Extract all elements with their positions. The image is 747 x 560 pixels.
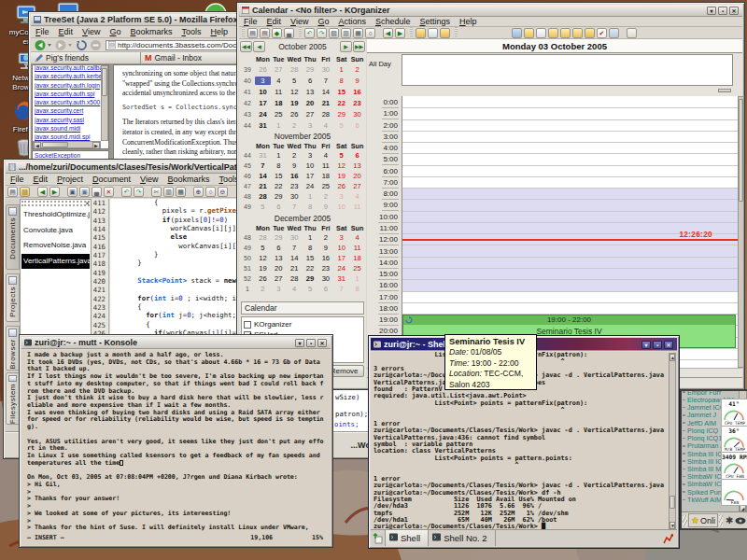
package-link[interactable]: javax.security.sasl	[35, 116, 101, 124]
mini-calendar-day[interactable]: 17	[333, 254, 349, 262]
mini-calendar-day[interactable]: 10	[333, 203, 349, 211]
copy-icon[interactable]: ▥	[341, 28, 351, 38]
mini-calendar-day[interactable]: 10	[303, 161, 318, 170]
mini-calendar-day[interactable]: 16	[287, 172, 303, 180]
scroll-up-icon[interactable]: ▲	[669, 354, 675, 361]
new-document-icon[interactable]: ▤	[7, 187, 18, 197]
next-days-view-icon[interactable]	[572, 28, 583, 38]
mini-calendar-day[interactable]: 8	[271, 161, 287, 170]
mini-calendar-day[interactable]: 24	[303, 182, 318, 190]
agenda-row[interactable]	[402, 211, 739, 222]
menu-file[interactable]: File	[31, 27, 54, 36]
menu-go[interactable]: Go	[313, 17, 333, 26]
mini-calendar-day[interactable]: 7	[287, 203, 303, 211]
mini-calendar-day[interactable]: 7	[287, 244, 303, 252]
mini-calendar-day[interactable]: 31	[333, 274, 349, 283]
go-back-icon[interactable]: ◀	[37, 187, 48, 197]
agenda-grid[interactable]: 12:26:20 19:00 - 22:00 Seminario Tesis I…	[402, 96, 739, 368]
mini-calendar-day[interactable]: 11	[317, 161, 333, 170]
menu-view[interactable]: View	[78, 27, 105, 36]
mini-calendar-day[interactable]: 14	[317, 88, 333, 96]
mini-calendar-day[interactable]: 26	[255, 274, 271, 283]
mini-calendar-day[interactable]: 1	[271, 121, 287, 130]
document-list-item[interactable]: ThresholdOptimize.java	[21, 207, 90, 223]
package-link[interactable]: javax.security.auth.x500	[35, 98, 101, 106]
close-document-icon[interactable]: ✕	[104, 187, 114, 197]
mini-calendar-day[interactable]: 31	[255, 151, 271, 160]
mini-calendar-day[interactable]: 1	[349, 274, 365, 283]
mini-calendar-day[interactable]: 21	[317, 99, 333, 107]
mini-calendar-day[interactable]: 27	[349, 182, 365, 190]
menu-edit[interactable]: Edit	[29, 175, 53, 184]
mini-calendar-day[interactable]: 28	[255, 192, 271, 201]
prev-year-button[interactable]: ◀◀	[240, 41, 252, 52]
mini-calendar-day[interactable]: 8	[303, 244, 318, 252]
document-list-item[interactable]: Convolute.java	[21, 223, 90, 239]
mini-calendar-day[interactable]: 5	[333, 151, 349, 160]
minimize-button[interactable]: ▾	[641, 341, 651, 349]
minimize-button[interactable]: ▾	[707, 7, 716, 15]
eye-icon[interactable]	[735, 517, 746, 525]
mini-calendar-day[interactable]: 29	[303, 274, 318, 283]
redo-icon[interactable]: ↷	[134, 187, 144, 197]
mini-calendar-day[interactable]: 6	[349, 151, 365, 160]
mini-calendar-day[interactable]: 21	[255, 182, 271, 190]
menu-file[interactable]: File	[239, 17, 262, 26]
mini-calendar-day[interactable]: 2	[349, 65, 365, 74]
mini-calendar-day[interactable]: 29	[271, 192, 287, 201]
agenda-row[interactable]	[402, 176, 739, 188]
mini-calendar-day[interactable]: 22	[303, 264, 318, 273]
menu-document[interactable]: Document	[88, 175, 135, 184]
grip-handle[interactable]	[719, 515, 723, 526]
mini-calendar-day[interactable]: 3	[255, 77, 271, 85]
maximize-button[interactable]: ▪	[718, 7, 727, 15]
mini-calendar-day[interactable]: 30	[317, 65, 333, 74]
mini-calendar-day[interactable]: 28	[255, 233, 271, 242]
menu-tools[interactable]: Tools	[176, 27, 205, 36]
menu-help[interactable]: Help	[455, 17, 482, 26]
mini-calendar-day[interactable]: 9	[317, 244, 333, 252]
mini-calendar-day[interactable]: 17	[303, 172, 318, 180]
mini-calendar-day[interactable]: 3	[303, 151, 318, 160]
menu-edit[interactable]: Edit	[54, 27, 78, 36]
whats-next-view-icon[interactable]	[512, 28, 522, 38]
korganizer-menubar[interactable]: FileEditViewGoActionsScheduleSettingsHel…	[239, 17, 742, 27]
mini-calendar-day[interactable]: 6	[271, 244, 287, 252]
packages-hscrollbar[interactable]: ◀ ▶	[33, 141, 101, 148]
stop-button[interactable]	[90, 39, 102, 51]
mini-calendar-day[interactable]: 1	[303, 233, 318, 242]
menu-view[interactable]: View	[286, 17, 313, 26]
mini-calendar-day[interactable]: 25	[349, 264, 365, 273]
mini-calendar-day[interactable]: 30	[349, 110, 365, 119]
mini-calendar-day[interactable]: 18	[349, 254, 365, 262]
mini-calendar-day[interactable]: 3	[333, 192, 349, 201]
document-list-item[interactable]: VerticalPatterns.java	[21, 254, 90, 270]
zoom-out-icon[interactable]: ⊖	[218, 187, 228, 197]
mini-calendar-day[interactable]: 20	[349, 172, 365, 180]
mini-calendar-day[interactable]: 4	[317, 151, 333, 160]
package-link[interactable]: javax.security.auth.login	[35, 81, 101, 90]
scroll-down-icon[interactable]: ▼	[669, 522, 675, 529]
mini-calendar-day[interactable]: 28	[317, 110, 333, 119]
next-year-button[interactable]: ▶▶	[353, 41, 365, 52]
menu-view[interactable]: View	[135, 175, 162, 184]
mini-calendar-day[interactable]: 17	[255, 99, 271, 107]
mini-calendar-day[interactable]: 10	[333, 244, 349, 252]
mini-calendar-day[interactable]: 27	[303, 110, 318, 119]
mini-calendar-day[interactable]: 6	[303, 77, 318, 85]
mini-calendar-day[interactable]: 24	[255, 110, 271, 119]
back-button[interactable]	[35, 39, 53, 51]
mini-calendar-day[interactable]: 8	[349, 285, 365, 293]
mini-calendar-day[interactable]: 1	[303, 192, 318, 201]
toolview-close-icon[interactable]: ✕	[85, 200, 90, 206]
menu-actions[interactable]: Actions	[333, 17, 371, 26]
packages-vscrollbar[interactable]	[101, 65, 108, 141]
mini-calendar-day[interactable]: 12	[255, 254, 271, 262]
mini-calendar-day[interactable]: 2	[317, 233, 333, 242]
agenda-row[interactable]	[402, 165, 739, 176]
mini-calendar-day[interactable]: 7	[333, 285, 349, 293]
menu-schedule[interactable]: Schedule	[371, 17, 416, 26]
paste-icon[interactable]: ▦	[353, 28, 363, 38]
shell-tab-1[interactable]: Shell	[386, 530, 429, 546]
mini-calendar-day[interactable]: 9	[349, 77, 365, 85]
